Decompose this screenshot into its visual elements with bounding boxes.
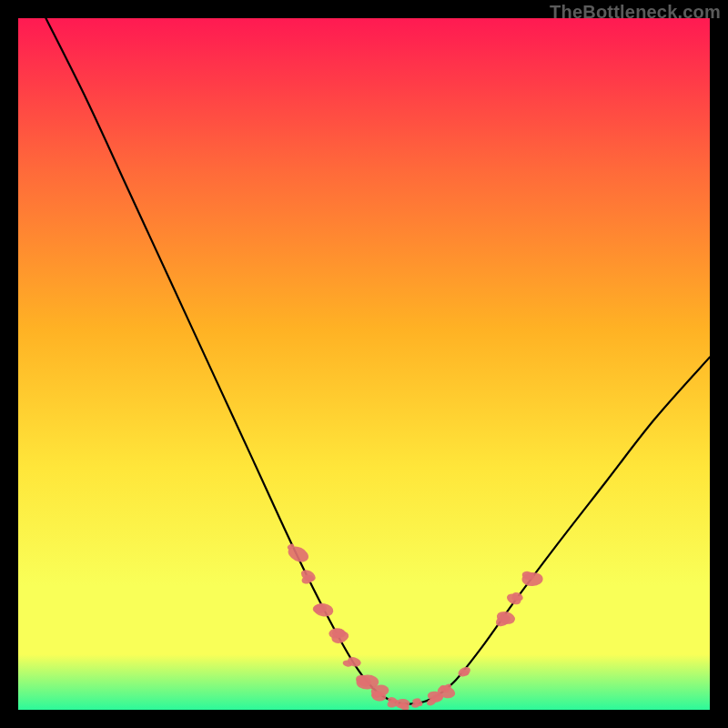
plot-area bbox=[18, 18, 710, 710]
chart-frame: TheBottleneck.com bbox=[0, 0, 728, 728]
gradient-background bbox=[18, 18, 710, 710]
watermark-text: TheBottleneck.com bbox=[550, 2, 721, 23]
chart-svg bbox=[18, 18, 710, 710]
